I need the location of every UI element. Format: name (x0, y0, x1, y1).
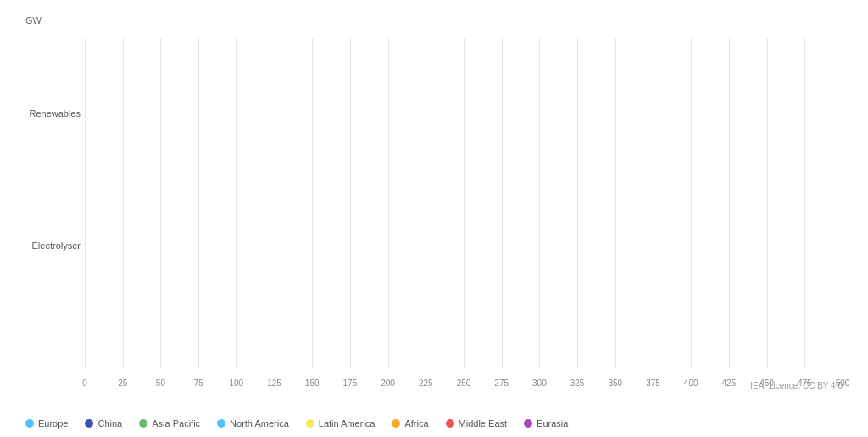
x-tick-label: 200 (381, 379, 395, 388)
x-tick-label: 300 (532, 379, 547, 388)
legend-item-africa: Africa (392, 418, 428, 429)
x-tick-label: 50 (156, 379, 165, 388)
x-tick-label: 375 (646, 379, 660, 388)
bars-container: RenewablesElectrolyser (85, 38, 843, 369)
legend-label: Africa (404, 418, 428, 429)
x-tick-label: 225 (419, 379, 433, 388)
bar-row: Renewables (85, 88, 843, 139)
bar-row: Electrolyser (85, 220, 843, 271)
legend-label: Eurasia (537, 418, 568, 429)
legend: EuropeChinaAsia PacificNorth AmericaLati… (25, 418, 843, 429)
legend-color-dot (392, 419, 400, 428)
x-tick-label: 250 (457, 379, 471, 388)
x-tick-label: 0 (82, 379, 87, 388)
bar-label: Renewables (13, 108, 81, 119)
y-axis-label: GW (25, 15, 42, 25)
legend-color-dot (85, 419, 93, 428)
x-tick-label: 25 (118, 379, 127, 388)
legend-item-china: China (85, 418, 122, 429)
x-tick-label: 400 (684, 379, 698, 388)
chart-area: 0255075100125150175200225250275300325350… (85, 38, 843, 369)
legend-item-europe: Europe (25, 418, 68, 429)
chart-container: GW 0255075100125150175200225250275300325… (0, 0, 868, 437)
bar-label: Electrolyser (13, 241, 81, 251)
x-tick-label: 350 (608, 379, 622, 388)
legend-color-dot (139, 419, 147, 428)
legend-item-asia-pacific: Asia Pacific (139, 418, 200, 429)
x-tick-label: 275 (494, 379, 509, 388)
x-tick-label: 125 (267, 379, 281, 388)
legend-item-north-america: North America (217, 418, 289, 429)
x-tick-label: 425 (722, 379, 737, 388)
legend-color-dot (446, 419, 454, 428)
legend-item-eurasia: Eurasia (524, 418, 568, 429)
legend-color-dot (217, 419, 225, 428)
x-tick-label: 175 (343, 379, 358, 388)
x-tick-label: 150 (305, 379, 320, 388)
x-tick-label: 75 (194, 379, 203, 388)
legend-label: China (97, 418, 122, 429)
legend-label: North America (230, 418, 289, 429)
x-tick-label: 325 (570, 379, 585, 388)
legend-label: Latin America (319, 418, 376, 429)
legend-item-latin-america: Latin America (306, 418, 376, 429)
legend-label: Europe (38, 418, 68, 429)
legend-label: Middle East (459, 418, 507, 429)
attribution-text: IEA. Licence: CC BY 4.0 (750, 381, 843, 390)
legend-color-dot (306, 419, 314, 428)
legend-color-dot (25, 419, 34, 428)
x-tick-label: 100 (229, 379, 243, 388)
grid-line (843, 38, 843, 369)
legend-color-dot (524, 419, 532, 428)
legend-label: Asia Pacific (152, 418, 200, 429)
legend-item-middle-east: Middle East (446, 418, 507, 429)
